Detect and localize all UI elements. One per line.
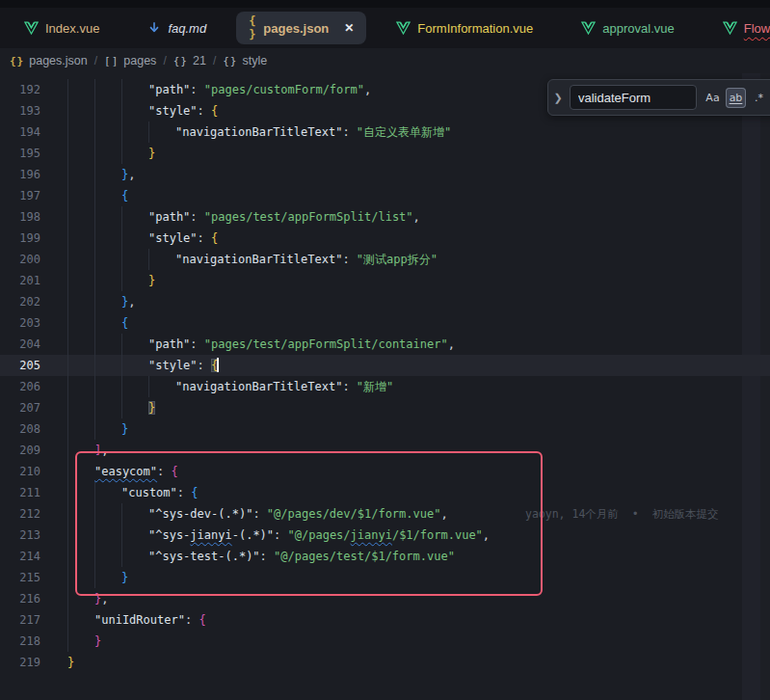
line-number[interactable]: 208 — [0, 418, 40, 440]
line-number[interactable]: 200 — [0, 249, 40, 270]
tab-approval-vue[interactable]: approval.vue — [557, 8, 698, 48]
line-number[interactable]: 213 — [0, 525, 40, 546]
token: , — [483, 528, 490, 542]
code-line[interactable]: 217"uniIdRouter": { — [0, 609, 770, 631]
code-text: } — [121, 567, 128, 588]
code-line[interactable]: 207} — [0, 397, 770, 418]
code-line[interactable]: 205"style": { — [0, 355, 770, 376]
code-line[interactable]: 195} — [0, 143, 770, 164]
token: : — [274, 528, 287, 542]
line-number[interactable]: 218 — [0, 631, 40, 652]
code-line[interactable]: 204"path": "pages/test/appFormSplit/cont… — [0, 334, 770, 355]
code-line[interactable]: 199"style": { — [0, 228, 770, 249]
code-line[interactable]: 200"navigationBarTitleText": "测试app拆分" — [0, 249, 770, 270]
code-line[interactable]: 211"custom": { — [0, 482, 770, 503]
indent-guide — [67, 185, 68, 206]
line-number[interactable]: 199 — [0, 228, 40, 249]
indent-guide — [121, 100, 122, 121]
line-number[interactable]: 219 — [0, 652, 40, 673]
breadcrumb-item[interactable]: {}pages.json — [10, 54, 88, 67]
line-number[interactable]: 210 — [0, 461, 40, 482]
tab-forminformation-vue[interactable]: FormInformation.vue — [372, 8, 557, 48]
line-number[interactable]: 217 — [0, 609, 40, 631]
line-number[interactable]: 206 — [0, 376, 40, 397]
indent-guide — [94, 397, 95, 418]
code-line[interactable]: 210"easycom": { — [0, 461, 770, 482]
indent-guide — [67, 588, 68, 609]
breadcrumb-item[interactable]: []pages — [104, 54, 156, 67]
line-number[interactable]: 212 — [0, 503, 40, 525]
line-number[interactable]: 205 — [0, 355, 40, 376]
close-tab-icon[interactable]: ✕ — [344, 21, 354, 35]
code-line[interactable]: 219} — [0, 652, 770, 673]
line-number[interactable]: 193 — [0, 100, 40, 121]
whole-word-button[interactable]: ab — [726, 88, 746, 108]
line-number[interactable]: 201 — [0, 270, 40, 291]
line-number[interactable]: 194 — [0, 121, 40, 143]
tab-index-vue[interactable]: Index.vue — [0, 8, 123, 48]
tab-pages-json[interactable]: { }pages.json✕ — [236, 12, 366, 44]
editor-pane[interactable]: 192"path": "pages/customForm/form",193"s… — [0, 73, 770, 700]
line-number[interactable]: 214 — [0, 546, 40, 567]
breadcrumb-item[interactable]: {}style — [223, 54, 267, 67]
code-line[interactable]: 196}, — [0, 164, 770, 185]
token: , — [440, 507, 447, 521]
code-line[interactable]: 197{ — [0, 185, 770, 206]
line-number[interactable]: 204 — [0, 334, 40, 355]
code-line[interactable]: 201} — [0, 270, 770, 291]
code-line[interactable]: 198"path": "pages/test/appFormSplit/list… — [0, 206, 770, 228]
git-blame-annotation: yaoyn, 14个月前 • 初始版本提交 — [525, 503, 718, 525]
line-number[interactable]: 215 — [0, 567, 40, 588]
token: "pages/test/appFormSplit/container" — [204, 337, 448, 351]
code-line[interactable]: 208} — [0, 418, 770, 440]
tab-flowinfo-vu[interactable]: FlowInfo.vu — [699, 8, 770, 48]
code-line[interactable]: 213"^sys-jianyi-(.*)": "@/pages/jianyi/$… — [0, 525, 770, 546]
line-number[interactable]: 198 — [0, 206, 40, 228]
line-number[interactable]: 202 — [0, 291, 40, 312]
code-line[interactable]: 214"^sys-test-(.*)": "@/pages/test/$1/fo… — [0, 546, 770, 567]
code-line[interactable]: 212"^sys-dev-(.*)": "@/pages/dev/$1/form… — [0, 503, 770, 525]
code-text: "path": "pages/test/appFormSplit/contain… — [148, 334, 455, 355]
line-number[interactable]: 203 — [0, 312, 40, 334]
line-number[interactable]: 195 — [0, 143, 40, 164]
tab-faq-md[interactable]: faq.md — [123, 8, 230, 48]
line-number[interactable]: 209 — [0, 440, 40, 461]
code-text: "style": { — [148, 100, 218, 121]
code-line[interactable]: 209], — [0, 440, 770, 461]
token: "style" — [148, 104, 198, 118]
token: : — [177, 486, 191, 499]
match-case-button[interactable]: Aa — [703, 88, 723, 108]
code-line[interactable]: 206"navigationBarTitleText": "新增" — [0, 376, 770, 397]
token: { — [211, 231, 218, 245]
indent-guide — [67, 525, 68, 546]
breadcrumb-item[interactable]: {}21 — [173, 54, 206, 67]
line-number[interactable]: 207 — [0, 397, 40, 418]
indent-guide — [94, 79, 95, 100]
indent-guide — [94, 525, 95, 546]
toggle-replace-chevron-icon[interactable]: ❯ — [552, 92, 564, 104]
line-number[interactable]: 216 — [0, 588, 40, 609]
indent-guide — [121, 397, 122, 418]
braces-icon: {} — [10, 55, 24, 67]
code-line[interactable]: 216}, — [0, 588, 770, 609]
code-line[interactable]: 203{ — [0, 312, 770, 334]
regex-button[interactable]: .* — [749, 88, 769, 108]
line-number[interactable]: 192 — [0, 79, 40, 100]
line-number[interactable]: 197 — [0, 185, 40, 206]
token: jianyi — [190, 528, 231, 542]
code-text: "^sys-jianyi-(.*)": "@/pages/jianyi/$1/f… — [148, 525, 490, 546]
line-number[interactable]: 211 — [0, 482, 40, 503]
indent-guide — [67, 546, 68, 567]
indent-guide — [121, 376, 122, 397]
code-line[interactable]: 218} — [0, 631, 770, 652]
breadcrumb-label: pages.json — [29, 54, 87, 67]
code-line[interactable]: 215} — [0, 567, 770, 588]
code-line[interactable]: 202}, — [0, 291, 770, 312]
find-input[interactable] — [570, 85, 697, 110]
indent-guide — [121, 228, 122, 249]
code-text: "^sys-test-(.*)": "@/pages/test/$1/form.… — [148, 546, 455, 567]
indent-guide — [94, 567, 95, 588]
tab-label: Index.vue — [45, 21, 99, 36]
code-line[interactable]: 194"navigationBarTitleText": "自定义表单新增" — [0, 121, 770, 143]
line-number[interactable]: 196 — [0, 164, 40, 185]
